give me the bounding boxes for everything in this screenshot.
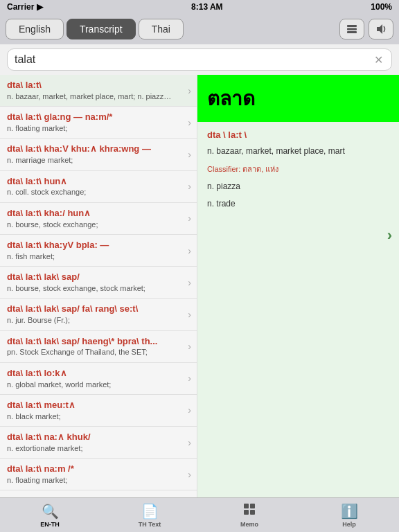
status-carrier: Carrier ▶ [7, 2, 43, 12]
list-item[interactable]: dta\ la:t\ hun∧ n. coll. stock exchange;… [0, 171, 197, 203]
thai-word: ตลาด [207, 83, 255, 114]
svg-rect-6 [244, 510, 249, 515]
memo-nav-icon [242, 502, 256, 520]
right-def-1: n. bazaar, market, market place, mart [207, 145, 389, 157]
speaker-icon[interactable] [369, 19, 393, 39]
right-body: dta \ la:t \ n. bazaar, market, market p… [197, 122, 399, 222]
chevron-icon: › [188, 85, 191, 96]
chevron-icon: › [188, 341, 191, 352]
svg-rect-0 [347, 25, 357, 27]
clear-button[interactable]: ✕ [373, 52, 384, 68]
nav-label-en-th: EN-TH [40, 521, 60, 528]
nav-item-help[interactable]: ℹ️ Help [299, 498, 399, 532]
right-def-3: n. trade [207, 198, 389, 210]
nav-label-help: Help [342, 521, 356, 528]
list-item[interactable]: dta\ la:t\ meu:t∧ n. black market; › [0, 395, 197, 427]
right-header: ตลาด [197, 75, 399, 122]
main-content: dta\ la:t\ n. bazaar, market, market pla… [0, 75, 399, 497]
tab-english[interactable]: English [6, 19, 64, 39]
chevron-icon: › [188, 149, 191, 160]
tab-thai[interactable]: Thai [139, 19, 184, 39]
list-item[interactable]: dta\ la:t\ lak\ sap/ fa\ rang\ se:t\ n. … [0, 299, 197, 330]
help-nav-icon: ℹ️ [341, 503, 358, 520]
chevron-icon: › [188, 181, 191, 192]
nav-item-en-th[interactable]: 🔍 EN-TH [0, 498, 100, 532]
chevron-icon: › [188, 245, 191, 256]
tab-bar: English Transcript Thai [0, 14, 399, 44]
search-input-wrap: ✕ [7, 48, 392, 71]
layers-icon[interactable] [339, 19, 364, 39]
list-item[interactable]: dta\ la:t\ gla:ng — na:m/* n. floating m… [0, 107, 197, 139]
list-item[interactable]: dta\ la:t\ na:m /* n. floating market; › [0, 459, 197, 490]
svg-rect-5 [250, 504, 255, 508]
nav-label-memo: Memo [240, 521, 258, 528]
svg-marker-3 [377, 24, 382, 34]
list-item[interactable]: dta\ la:t\ lak\ sap/ haeng\* bpra\ th...… [0, 331, 197, 363]
chevron-icon: › [188, 469, 191, 480]
search-bar: ✕ [0, 44, 399, 75]
nav-item-memo[interactable]: Memo [200, 498, 299, 532]
search-nav-icon: 🔍 [42, 503, 59, 520]
chevron-icon: › [188, 437, 191, 448]
bottom-nav: 🔍 EN-TH 📄 TH Text Memo ℹ️ Help [0, 497, 399, 532]
chevron-icon: › [188, 309, 191, 320]
svg-rect-7 [250, 510, 255, 515]
tab-transcript[interactable]: Transcript [66, 19, 136, 39]
right-classifier: Classifier: ตลาด, แห่ง [207, 163, 389, 175]
right-def-2: n. piazza [207, 181, 389, 193]
svg-rect-2 [347, 31, 357, 33]
right-more-icon[interactable]: › [197, 222, 399, 249]
chevron-icon: › [188, 277, 191, 288]
list-item[interactable]: dta\ la:t\ kha:/ hun∧ n. bourse, stock e… [0, 203, 197, 235]
list-item[interactable]: dta\ la:t\ kha:yV bpla: — n. fish market… [0, 235, 197, 267]
status-battery: 100% [371, 2, 392, 12]
nav-label-th-text: TH Text [139, 521, 161, 528]
nav-item-th-text[interactable]: 📄 TH Text [100, 498, 200, 532]
list-item[interactable]: dta\ la:t\ n. bazaar, market, market pla… [0, 75, 197, 107]
list-item[interactable]: dta\ la:t\ na:m/* dam — ne:rn — sa\... p… [0, 490, 197, 497]
document-nav-icon: 📄 [141, 503, 159, 520]
list-item[interactable]: dta\ la:t\ kha:V khu:∧ khra:wng — n. mar… [0, 139, 197, 170]
chevron-icon: › [188, 405, 191, 416]
list-item[interactable]: dta\ la:t\ lak\ sap/ n. bourse, stock ex… [0, 267, 197, 299]
status-time: 8:13 AM [191, 2, 223, 12]
right-panel: ตลาด dta \ la:t \ n. bazaar, market, mar… [197, 75, 399, 497]
search-input[interactable] [15, 53, 373, 66]
svg-rect-1 [347, 28, 357, 30]
list-item[interactable]: dta\ la:t\ na:∧ khuk/ n. extortionate ma… [0, 427, 197, 459]
right-title: dta \ la:t \ [207, 129, 389, 141]
left-panel: dta\ la:t\ n. bazaar, market, market pla… [0, 75, 197, 497]
chevron-icon: › [188, 117, 191, 128]
list-item[interactable]: dta\ la:t\ lo:k∧ n. global market, world… [0, 363, 197, 395]
chevron-icon: › [188, 213, 191, 224]
status-bar: Carrier ▶ 8:13 AM 100% [0, 0, 399, 14]
tab-icons [339, 19, 393, 39]
chevron-icon: › [188, 373, 191, 384]
svg-rect-4 [244, 504, 249, 508]
